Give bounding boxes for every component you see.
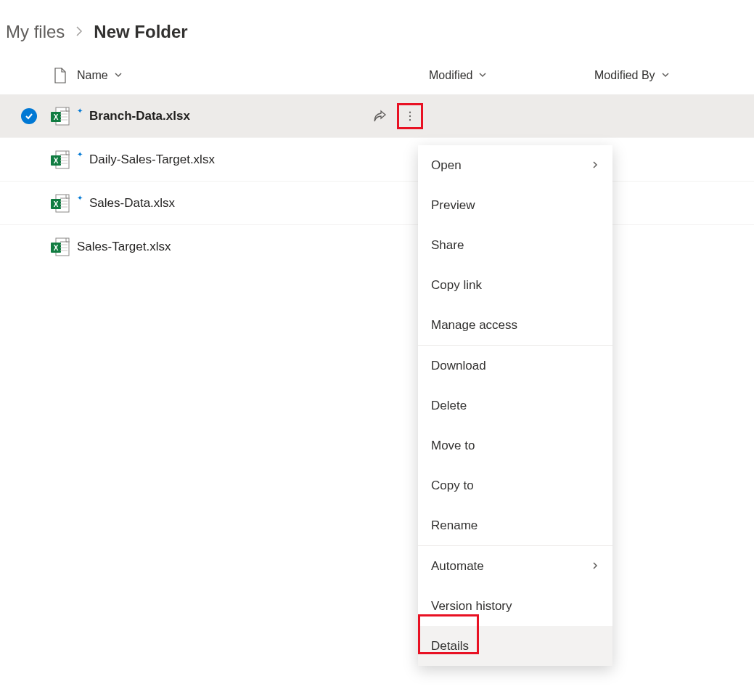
selected-check-icon[interactable]	[21, 108, 37, 124]
table-row[interactable]: X ✦ Sales-Data.xlsx	[0, 182, 754, 225]
svg-text:X: X	[54, 200, 59, 208]
menu-label: Share	[431, 238, 464, 253]
svg-text:X: X	[54, 113, 59, 121]
file-name[interactable]: Daily-Sales-Target.xlsx	[89, 152, 215, 167]
share-icon[interactable]	[366, 103, 393, 129]
excel-file-icon: X	[50, 150, 70, 169]
excel-file-icon: X	[50, 107, 70, 126]
svg-point-8	[409, 115, 411, 116]
new-indicator-icon: ✦	[77, 194, 83, 202]
menu-preview[interactable]: Preview	[418, 185, 612, 225]
menu-copy-link[interactable]: Copy link	[418, 265, 612, 269]
table-header: Name Modified Modified By	[0, 57, 754, 94]
chevron-down-icon[interactable]	[478, 69, 487, 82]
breadcrumb: My files New Folder	[0, 0, 754, 57]
excel-file-icon: X	[50, 194, 70, 213]
menu-label: Open	[431, 158, 462, 173]
file-name[interactable]: Branch-Data.xlsx	[89, 109, 190, 123]
table-row[interactable]: X ✦ Daily-Sales-Target.xlsx	[0, 138, 754, 182]
chevron-right-icon	[591, 158, 599, 173]
svg-point-9	[409, 119, 411, 121]
svg-text:X: X	[54, 244, 59, 252]
file-table: Name Modified Modified By	[0, 57, 754, 269]
context-menu: Open Preview Share Copy link Manage acce…	[418, 145, 612, 269]
svg-point-7	[409, 111, 411, 113]
breadcrumb-current: New Folder	[94, 22, 187, 42]
table-row[interactable]: X Sales-Target.xlsx	[0, 225, 754, 269]
menu-share[interactable]: Share	[418, 225, 612, 265]
column-header-modified-by[interactable]: Modified By	[594, 69, 655, 82]
excel-file-icon: X	[50, 237, 70, 256]
more-actions-icon[interactable]	[397, 103, 423, 129]
svg-text:X: X	[54, 157, 59, 165]
header-filetype-icon[interactable]	[44, 67, 77, 84]
file-name[interactable]: Sales-Data.xlsx	[89, 196, 175, 211]
table-row[interactable]: X ✦ Branch-Data.xlsx	[0, 94, 754, 138]
chevron-down-icon[interactable]	[114, 69, 123, 82]
breadcrumb-parent[interactable]: My files	[6, 22, 65, 42]
chevron-down-icon[interactable]	[661, 69, 670, 82]
menu-open[interactable]: Open	[418, 145, 612, 185]
chevron-right-icon	[73, 24, 85, 41]
column-header-modified[interactable]: Modified	[429, 69, 472, 82]
new-indicator-icon: ✦	[77, 107, 83, 115]
file-name[interactable]: Sales-Target.xlsx	[77, 240, 171, 254]
new-indicator-icon: ✦	[77, 150, 83, 158]
menu-label: Preview	[431, 198, 475, 213]
column-header-name[interactable]: Name	[77, 69, 108, 82]
